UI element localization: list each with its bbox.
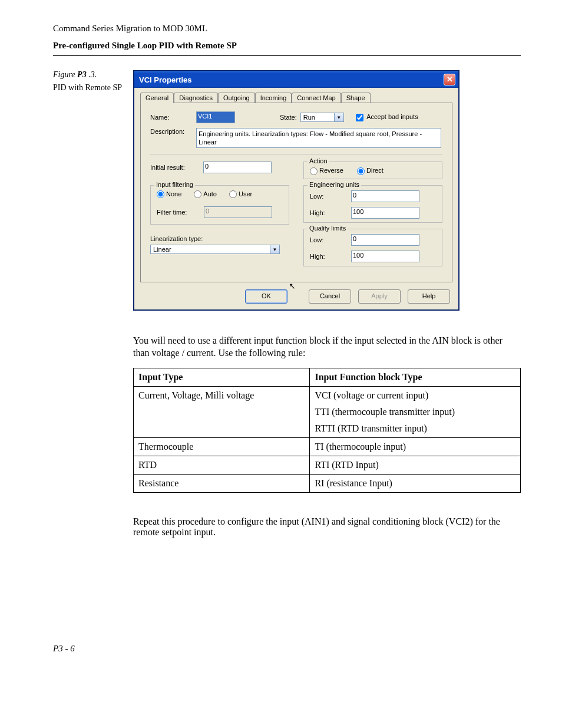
cursor-icon: ↖ [289, 286, 296, 300]
chevron-down-icon: ▼ [270, 245, 279, 253]
dialog-title: VCI Properties [139, 75, 192, 84]
tab-shape[interactable]: Shape [341, 93, 371, 103]
eu-high-input[interactable]: 100 [351, 207, 419, 219]
linearization-dropdown[interactable]: Linear ▼ [150, 245, 280, 254]
figure-label: Figure P3 .3. [53, 70, 124, 80]
eu-low-input[interactable]: 0 [351, 190, 419, 202]
filter-none-radio[interactable]: None [157, 190, 183, 197]
cancel-button[interactable]: Cancel [309, 289, 351, 304]
action-group: Action Reverse Direct [303, 162, 442, 179]
close-icon[interactable]: ✕ [444, 74, 455, 85]
table-header: Input Function block Type [310, 368, 521, 386]
filter-time-label: Filter time: [157, 209, 204, 216]
dialog-titlebar[interactable]: VCI Properties ✕ [134, 71, 458, 88]
eu-high-label: High: [310, 209, 351, 216]
ql-low-label: Low: [310, 236, 351, 243]
help-button[interactable]: Help [408, 289, 450, 304]
tab-connect-map[interactable]: Connect Map [292, 93, 340, 103]
action-direct-radio[interactable]: Direct [357, 167, 384, 174]
table-row: RTD RTI (RTD Input) [134, 456, 521, 474]
filter-auto-radio[interactable]: Auto [194, 190, 219, 197]
initial-result-label: Initial result: [150, 164, 203, 171]
separator [150, 154, 442, 154]
table-row: Thermocouple TI (thermocouple input) [134, 437, 521, 456]
engineering-units-group: Engineering units Low: 0 High: 100 [303, 185, 442, 223]
tab-general[interactable]: General [140, 93, 174, 103]
initial-result-input[interactable]: 0 [203, 162, 272, 173]
chevron-down-icon: ▼ [334, 113, 343, 121]
tab-strip: General Diagnostics Outgoing Incoming Co… [140, 93, 452, 103]
body-paragraph-2: Repeat this procedure to configure the i… [133, 516, 521, 538]
ok-button[interactable]: OK [245, 289, 287, 304]
tab-page-general: Name: VCI1 State: Run ▼ Accept bad input… [140, 103, 452, 282]
document-header: Command Series Migration to MOD 30ML [53, 24, 521, 34]
name-label: Name: [150, 114, 196, 121]
tab-diagnostics[interactable]: Diagnostics [174, 93, 218, 103]
action-reverse-radio[interactable]: Reverse [310, 167, 345, 174]
eu-low-label: Low: [310, 193, 351, 200]
linearization-label: Linearization type: [150, 235, 289, 242]
tab-incoming[interactable]: Incoming [255, 93, 292, 103]
description-input[interactable]: Engineering units. Linearization types: … [196, 128, 441, 148]
accept-bad-inputs-checkbox[interactable]: Accept bad inputs [356, 113, 418, 121]
state-label: State: [280, 114, 297, 121]
table-row: Current, Voltage, Milli voltage VCI (vol… [134, 386, 521, 437]
header-rule [53, 55, 521, 56]
filter-time-input: 0 [204, 206, 272, 218]
tab-outgoing[interactable]: Outgoing [218, 93, 255, 103]
document-subtitle: Pre-configured Single Loop PID with Remo… [53, 41, 521, 51]
quality-limits-group: Quality limits Low: 0 High: 100 [303, 229, 442, 266]
accept-checkbox-input[interactable] [356, 114, 363, 121]
input-type-table: Input Type Input Function block Type Cur… [133, 368, 521, 493]
table-row: Resistance RI (resistance Input) [134, 474, 521, 492]
ql-high-label: High: [310, 253, 351, 260]
description-label: Description: [150, 128, 196, 135]
name-input[interactable]: VCI1 [196, 111, 235, 123]
page-number: P3 - 6 [53, 644, 521, 654]
apply-button: Apply [358, 289, 401, 304]
ql-high-input[interactable]: 100 [351, 251, 419, 262]
filter-user-radio[interactable]: User [229, 190, 252, 197]
state-dropdown[interactable]: Run ▼ [300, 113, 344, 122]
body-paragraph-1: You will need to use a different input f… [133, 334, 521, 360]
table-header: Input Type [134, 368, 310, 386]
vci-properties-dialog: VCI Properties ✕ General Diagnostics Out… [133, 70, 459, 311]
figure-caption: PID with Remote SP [53, 83, 124, 93]
ql-low-input[interactable]: 0 [351, 234, 419, 246]
input-filtering-group: Input filtering None Auto Us [150, 185, 289, 225]
